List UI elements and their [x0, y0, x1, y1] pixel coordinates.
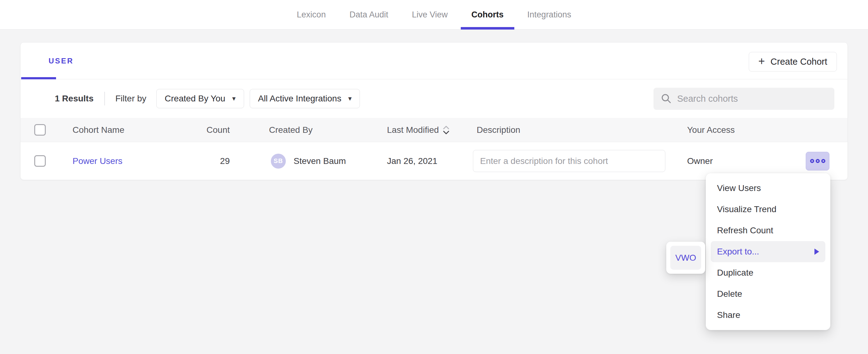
- your-access-cell: Owner: [687, 156, 806, 166]
- dot-icon: [816, 159, 820, 163]
- cohort-count-cell: 29: [176, 156, 230, 166]
- filter-bar: 1 Results Filter by Created By You ▾ All…: [21, 79, 847, 118]
- column-header-last-modified[interactable]: Last Modified: [387, 125, 477, 135]
- nav-item-data-audit[interactable]: Data Audit: [339, 0, 399, 29]
- cohort-name-link[interactable]: Power Users: [72, 156, 122, 166]
- avatar: SB: [271, 154, 286, 169]
- integrations-dropdown[interactable]: All Active Integrations ▾: [250, 89, 360, 108]
- column-header-your-access: Your Access: [687, 125, 806, 135]
- select-all-checkbox[interactable]: [34, 124, 46, 136]
- last-modified-label: Last Modified: [387, 125, 439, 135]
- submenu-item-vwo[interactable]: VWO: [670, 246, 701, 270]
- nav-item-live-view[interactable]: Live View: [401, 0, 458, 29]
- description-cell: [477, 150, 687, 172]
- column-header-description: Description: [477, 125, 687, 135]
- row-actions-button[interactable]: [806, 152, 829, 170]
- menu-item-export-to[interactable]: Export to...: [711, 241, 825, 262]
- last-modified-cell: Jan 26, 2021: [387, 156, 477, 166]
- divider: [104, 92, 105, 105]
- dot-icon: [821, 159, 825, 163]
- column-header-cohort-name: Cohort Name: [72, 125, 176, 135]
- filter-by-label: Filter by: [116, 94, 147, 104]
- menu-item-share[interactable]: Share: [711, 304, 825, 326]
- export-submenu: VWO: [666, 242, 705, 274]
- dot-icon: [810, 159, 814, 163]
- nav-item-integrations[interactable]: Integrations: [517, 0, 582, 29]
- plus-icon: +: [758, 56, 765, 67]
- panel-tab-bar: USER + Create Cohort: [21, 43, 847, 79]
- nav-item-lexicon[interactable]: Lexicon: [286, 0, 336, 29]
- nav-item-cohorts[interactable]: Cohorts: [461, 0, 514, 29]
- sort-icon: [443, 125, 450, 135]
- description-input[interactable]: [473, 150, 665, 172]
- search-box[interactable]: [653, 88, 834, 110]
- export-to-label: Export to...: [717, 247, 759, 257]
- menu-item-view-users[interactable]: View Users: [711, 178, 825, 199]
- created-by-dropdown[interactable]: Created By You ▾: [156, 89, 244, 108]
- row-checkbox[interactable]: [34, 155, 46, 167]
- column-header-count: Count: [176, 125, 230, 135]
- column-header-created-by: Created By: [230, 125, 387, 135]
- submenu-arrow-icon: [814, 249, 819, 255]
- header-checkbox-cell: [21, 124, 72, 136]
- search-input[interactable]: [677, 94, 827, 104]
- menu-item-delete[interactable]: Delete: [711, 283, 825, 304]
- cohort-name-cell: Power Users: [72, 156, 176, 166]
- created-by-cell: SB Steven Baum: [230, 154, 387, 169]
- menu-item-refresh-count[interactable]: Refresh Count: [711, 220, 825, 241]
- results-count: 1 Results: [55, 94, 94, 104]
- integrations-dropdown-value: All Active Integrations: [258, 94, 342, 104]
- search-icon: [661, 93, 672, 104]
- menu-item-visualize-trend[interactable]: Visualize Trend: [711, 199, 825, 220]
- chevron-down-icon: ▾: [232, 95, 236, 103]
- cohorts-panel: USER + Create Cohort 1 Results Filter by…: [21, 43, 847, 180]
- created-by-dropdown-value: Created By You: [165, 94, 225, 104]
- row-actions-context-menu: View Users Visualize Trend Refresh Count…: [706, 173, 830, 330]
- chevron-down-icon: ▾: [348, 95, 351, 103]
- table-header-row: Cohort Name Count Created By Last Modifi…: [21, 118, 847, 142]
- create-cohort-button[interactable]: + Create Cohort: [749, 52, 837, 71]
- create-cohort-label: Create Cohort: [771, 57, 827, 67]
- actions-cell: [806, 152, 847, 170]
- tab-user[interactable]: USER: [49, 57, 74, 65]
- top-navigation: Lexicon Data Audit Live View Cohorts Int…: [0, 0, 868, 30]
- tab-active-underline: [21, 77, 56, 79]
- created-by-name: Steven Baum: [293, 156, 346, 166]
- row-checkbox-cell: [21, 155, 72, 167]
- menu-item-duplicate[interactable]: Duplicate: [711, 262, 825, 283]
